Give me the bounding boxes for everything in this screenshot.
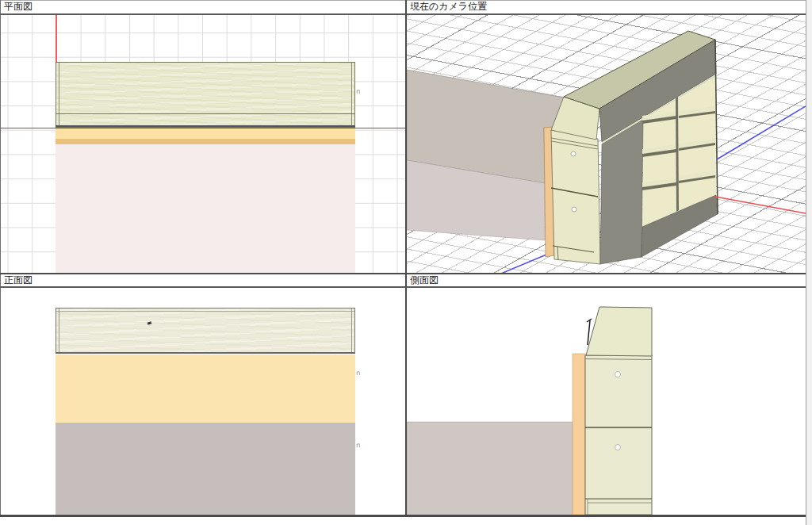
window-right-chrome — [806, 0, 812, 525]
side-view-title: 側面図 — [407, 274, 808, 286]
plan-x-axis-red — [56, 15, 57, 62]
front-view-title: 正面図 — [1, 274, 408, 286]
cad-quad-view-window: 平面図 現在のカメラ位置 正面図 側面図 ｎ — [0, 0, 812, 525]
window-bottom-edge — [0, 515, 806, 517]
side-counter-sloped-top — [586, 307, 652, 356]
counter-back-lower-panel — [600, 120, 643, 264]
front-counter-accent-band — [56, 354, 355, 423]
camera-3d-model — [407, 15, 806, 274]
top-titlebar-border — [0, 13, 806, 15]
window-top-edge — [0, 0, 806, 1]
front-counter-frame-right — [351, 308, 352, 352]
side-drawer-knob-upper — [615, 372, 621, 377]
front-counter-frame-left — [59, 308, 59, 352]
axis-red-right-segment — [715, 197, 806, 213]
plan-counter-frame-mid — [56, 113, 355, 114]
plan-counter-frame-left — [59, 63, 59, 127]
plan-view-title: 平面図 — [1, 1, 408, 13]
axis-blue-right-segment — [717, 106, 806, 159]
camera-viewport-canvas[interactable] — [407, 15, 806, 274]
plan-floor-area — [56, 144, 355, 274]
viewport-vertical-divider[interactable] — [405, 0, 407, 517]
bottom-titlebar-border — [0, 286, 806, 288]
plan-clipped-dimension-label: ｎ — [354, 88, 362, 95]
front-counter-top-panel — [56, 308, 355, 354]
viewport-horizontal-divider[interactable] — [0, 273, 806, 274]
side-wall-section — [407, 422, 573, 515]
side-accent-board — [573, 354, 585, 515]
drawer-knob-upper — [571, 151, 576, 156]
side-drawer-knob-lower — [615, 445, 621, 450]
plan-counter-accent-band — [56, 128, 355, 139]
drawer-column-face — [551, 130, 600, 264]
front-viewport-canvas[interactable]: ｎ ｎ — [1, 288, 405, 515]
window-left-edge — [0, 0, 1, 517]
front-clipped-dimension-label-2: ｎ — [354, 442, 362, 449]
camera-view-title: 現在のカメラ位置 — [407, 1, 808, 13]
side-annotation-mark-head — [587, 319, 592, 322]
plan-counter-accent-edge — [56, 139, 355, 144]
side-viewport-canvas[interactable] — [407, 288, 806, 515]
front-clipped-dimension-label-1: ｎ — [354, 370, 362, 377]
side-counter-body — [585, 355, 652, 515]
front-counter-frame-top — [56, 311, 354, 312]
plan-counter-frame-right — [351, 63, 352, 127]
side-view-drawing — [407, 288, 806, 515]
drawer-knob-lower — [572, 207, 576, 212]
front-counter-base-band — [56, 423, 355, 515]
plan-counter-top-panel — [56, 62, 355, 128]
plan-viewport-canvas[interactable]: ｎ — [1, 15, 405, 274]
